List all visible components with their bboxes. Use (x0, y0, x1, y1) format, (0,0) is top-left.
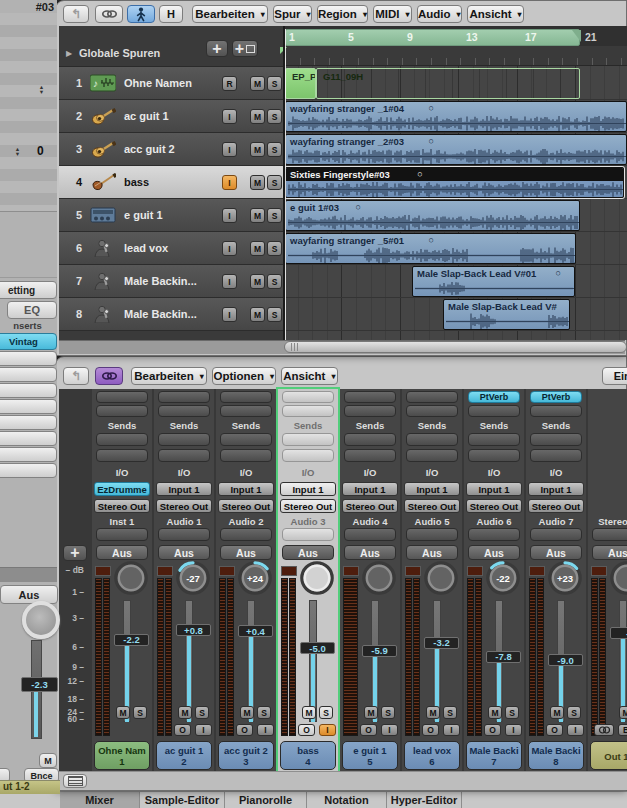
solo-button[interactable]: S (267, 307, 282, 322)
region-wayfaring-stranger-5-01[interactable]: wayfaring stranger _5#01○ (285, 233, 576, 264)
solo-button[interactable]: S (267, 208, 282, 223)
region-waveform (413, 280, 575, 297)
menu-label: MIDI (375, 8, 399, 20)
region-sixties-fingerstyle-03[interactable]: Sixties Fingerstyle#03○ (285, 167, 624, 198)
acoustic-guitar-icon (90, 107, 116, 126)
solo-button[interactable]: S (267, 76, 282, 91)
track-name: lead vox (124, 242, 216, 256)
mute-button[interactable]: M (250, 76, 265, 91)
logic-pro-screen: MixerSample-EditorPianorolleNotationHype… (0, 0, 627, 808)
mute-button[interactable]: M (250, 142, 265, 157)
playhead (285, 29, 286, 340)
chevron-down-icon: ▾ (457, 10, 461, 19)
region-e-guit-1-03[interactable]: e guit 1#03○ (285, 200, 580, 231)
region-g11-09h[interactable]: G11_09H (316, 68, 580, 99)
solo-button[interactable]: S (267, 241, 282, 256)
arrange-menu-audio[interactable]: Audio▾ (417, 5, 462, 23)
global-tracks-label: Globale Spuren (79, 47, 209, 61)
track-name: e guit 1 (124, 209, 216, 223)
track-name: Male Backin... (124, 308, 216, 322)
solo-button[interactable]: S (267, 175, 282, 190)
mute-button[interactable]: M (250, 208, 265, 223)
record-arm-button[interactable]: R (222, 76, 237, 91)
mute-button[interactable]: M (250, 241, 265, 256)
mute-button[interactable]: M (39, 753, 57, 768)
region-header: Male Slap-Back Lead V#01○ (413, 267, 575, 280)
track-name: Male Backin... (124, 275, 216, 289)
insert-slot-empty[interactable] (0, 367, 57, 382)
region-name: wayfaring stranger _1#04 (286, 102, 614, 114)
track-name: bass (124, 176, 216, 190)
arrange-menu-bearbeiten[interactable]: Bearbeiten▾ (192, 5, 268, 23)
track-name: acc guit 2 (124, 143, 216, 157)
chevron-down-icon: ▾ (261, 10, 265, 19)
hscrollbar-thumb[interactable] (284, 341, 627, 353)
arrange-menu-spur[interactable]: Spur▾ (273, 5, 312, 23)
menu-label: Bearbeiten (195, 8, 254, 20)
track-list-footer (59, 331, 283, 340)
autozoom-walker-icon[interactable] (127, 5, 155, 23)
back-icon[interactable]: ↰ (63, 5, 89, 23)
channel-setting-button[interactable]: etting (0, 281, 57, 299)
solo-button[interactable]: S (267, 142, 282, 157)
disclosure-triangle-icon[interactable]: ▶ (66, 49, 76, 61)
inspector-region-title: #03 (36, 1, 54, 13)
insert-slot-empty[interactable] (0, 351, 57, 366)
input-monitor-button[interactable]: I (222, 208, 237, 223)
volume-value: -2.3 (21, 677, 58, 692)
add-track-button[interactable]: + (206, 40, 228, 57)
output-label: ut 1-2 (0, 780, 60, 794)
mute-button[interactable]: M (250, 307, 265, 322)
arrange-menu-ansicht[interactable]: Ansicht▾ (467, 5, 524, 23)
menu-label: Region (318, 8, 357, 20)
input-monitor-button[interactable]: I (222, 142, 237, 157)
transpose-value[interactable]: 0 (37, 144, 44, 158)
solo-button[interactable]: S (267, 274, 282, 289)
region-male-slap-back-lead-v-02[interactable]: Male Slap-Back Lead V#02 (443, 299, 570, 330)
vocalist-icon (90, 239, 116, 258)
loop-icon: ○ (428, 136, 440, 147)
input-monitor-button[interactable]: I (222, 274, 237, 289)
input-monitor-button[interactable]: I (222, 175, 237, 190)
insert-slot-empty[interactable] (0, 463, 57, 478)
mute-button[interactable]: M (250, 274, 265, 289)
region-header: Male Slap-Back Lead V#02 (444, 300, 570, 313)
insert-slot-empty[interactable] (0, 383, 57, 398)
link-icon[interactable] (95, 5, 123, 23)
ruler-ticks (285, 58, 627, 65)
chevron-down-icon: ▾ (363, 10, 367, 19)
transpose-stepper-icon[interactable]: ▲▼ (13, 146, 22, 158)
mute-button[interactable]: M (250, 109, 265, 124)
input-monitor-button[interactable]: I (222, 307, 237, 322)
solo-button[interactable]: S (267, 109, 282, 124)
insert-slot-empty[interactable] (0, 415, 57, 430)
region-wayfaring-stranger-1-04[interactable]: wayfaring stranger _1#04○ (285, 101, 627, 132)
arrange-window: ↰HBearbeiten▾Spur▾Region▾MIDI▾Audio▾Ansi… (0, 0, 627, 808)
track-number: 3 (62, 143, 82, 156)
tracks-icon (246, 45, 255, 53)
arrange-menu-region[interactable]: Region▾ (317, 5, 368, 23)
input-monitor-button[interactable]: I (222, 109, 237, 124)
region-name: G11_09H (319, 70, 579, 81)
cycle-end-marker-icon (572, 30, 581, 42)
ruler-bar-number: 5 (348, 31, 370, 43)
parameter-stepper-icon[interactable]: ▲▼ (37, 84, 46, 96)
arrange-menu-midi[interactable]: MIDI▾ (373, 5, 412, 23)
h-button[interactable]: H (159, 5, 183, 23)
eq-thumbnail-button[interactable]: EQ (7, 301, 57, 319)
input-monitor-button[interactable]: I (222, 241, 237, 256)
automation-mode-button[interactable]: Aus (0, 585, 58, 604)
mute-button[interactable]: M (250, 175, 265, 190)
add-multiple-tracks-button[interactable]: + (232, 40, 258, 57)
track-number: 7 (62, 275, 82, 288)
region-male-slap-back-lead-v-01[interactable]: Male Slap-Back Lead V#01○ (412, 266, 575, 297)
track-number: 6 (62, 242, 82, 255)
region-wayfaring-stranger-2-03[interactable]: wayfaring stranger _2#03○ (285, 134, 627, 165)
region-ep-p-[interactable]: EP_P_ (285, 68, 316, 99)
insert-slot-empty[interactable] (0, 447, 57, 462)
insert-slot-empty[interactable] (0, 399, 57, 414)
region-name: Sixties Fingerstyle#03 (286, 168, 611, 180)
insert-slot-empty[interactable] (0, 431, 57, 446)
insert-slot-active[interactable]: Vintag (0, 333, 57, 350)
pan-knob[interactable] (22, 601, 60, 639)
